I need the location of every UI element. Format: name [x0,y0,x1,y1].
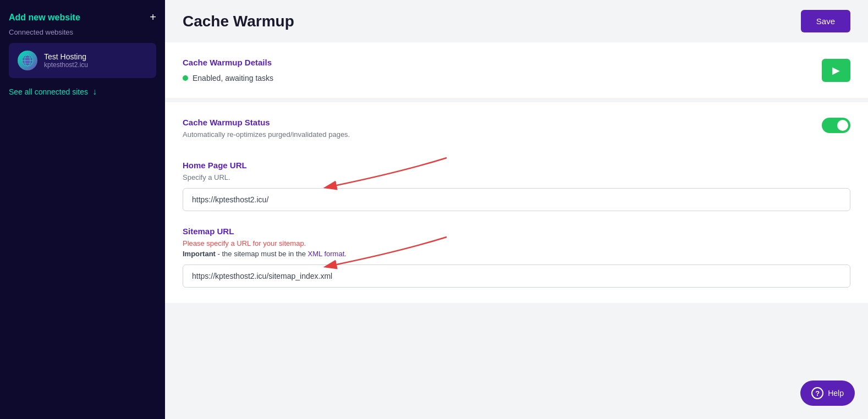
sitemap-url-input[interactable] [183,264,850,288]
status-text: Enabled, awaiting tasks [193,74,273,82]
avatar [18,51,37,70]
site-url: kptesthost2.icu [44,61,88,69]
help-button[interactable]: ? Help [800,381,855,406]
status-section-content: Cache Warmup Status Automatically re-opt… [183,118,350,145]
top-bar: Cache Warmup Save [165,0,868,42]
home-page-url-label: Home Page URL [183,161,850,170]
globe-icon [21,54,34,67]
important-prefix: Important [183,250,216,258]
sitemap-url-warning: Please specify a URL for your sitemap. [183,239,850,247]
status-row: Enabled, awaiting tasks [183,74,273,82]
play-button[interactable]: ▶ [822,59,850,82]
settings-card: Cache Warmup Status Automatically re-opt… [165,102,868,303]
site-name: Test Hosting [44,52,88,61]
site-info: Test Hosting kptesthost2.icu [44,52,88,69]
home-page-url-desc: Specify a URL. [183,173,850,181]
play-icon: ▶ [832,64,840,76]
important-text: - the sitemap must be in the [216,250,308,258]
important-suffix: . [344,250,347,258]
add-icon[interactable]: + [150,11,156,24]
xml-format-link[interactable]: XML format [308,250,345,258]
sitemap-url-label: Sitemap URL [183,227,850,236]
help-icon: ? [815,389,820,398]
toggle-slider [822,118,850,133]
home-page-url-input-wrapper [183,188,850,211]
connected-websites-label: Connected websites [9,28,156,36]
see-all-sites-link[interactable]: See all connected sites ↓ [9,87,156,97]
save-button[interactable]: Save [801,10,850,32]
status-section-label: Cache Warmup Status [183,118,350,127]
sitemap-url-input-wrapper [183,264,850,288]
warmup-status-toggle[interactable] [822,118,850,133]
sidebar: Add new website + Connected websites Tes… [0,0,165,419]
sidebar-header: Add new website + [9,11,156,24]
status-section-desc: Automatically re-optimizes purged/invali… [183,130,350,139]
home-page-url-input[interactable] [183,188,850,211]
warmup-details-left: Cache Warmup Details Enabled, awaiting t… [183,58,273,82]
cache-warmup-status-section: Cache Warmup Status Automatically re-opt… [183,118,850,145]
sitemap-url-section: Sitemap URL Please specify a URL for you… [183,227,850,288]
add-new-website-link[interactable]: Add new website [9,13,80,23]
home-page-url-section: Home Page URL Specify a URL. [183,161,850,211]
warmup-details-title: Cache Warmup Details [183,58,273,67]
see-all-sites-label: See all connected sites [9,87,88,96]
status-dot [183,75,188,81]
site-card[interactable]: Test Hosting kptesthost2.icu [9,43,156,78]
page-title: Cache Warmup [183,13,294,30]
help-label: Help [828,389,844,398]
down-arrow-icon: ↓ [92,87,97,97]
main-content: Cache Warmup Save Cache Warmup Details E… [165,0,868,419]
help-circle-icon: ? [811,387,823,399]
warmup-details-card: Cache Warmup Details Enabled, awaiting t… [165,42,868,98]
sitemap-url-important: Important - the sitemap must be in the X… [183,250,850,258]
